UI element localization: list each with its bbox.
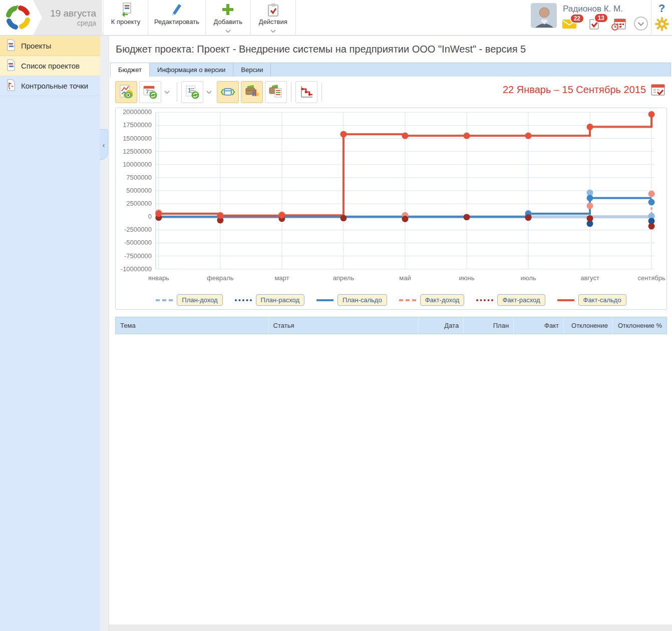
date-day: 19 августа bbox=[50, 8, 96, 19]
to-project-label: К проекту bbox=[111, 18, 140, 26]
svg-text:февраль: февраль bbox=[207, 274, 234, 282]
col-header-deviation-pct[interactable]: Отклонение % bbox=[612, 317, 666, 334]
tasks-icon[interactable]: 13 bbox=[588, 18, 601, 31]
step-chart-button[interactable] bbox=[295, 81, 317, 103]
main-content: Бюджет проекта: Проект - Внедрение систе… bbox=[109, 36, 672, 624]
svg-text:-7500000: -7500000 bbox=[124, 252, 152, 260]
toolbar-separator bbox=[177, 83, 177, 102]
user-name[interactable]: Радионов К. М. bbox=[563, 4, 623, 14]
to-project-button[interactable]: К проекту bbox=[103, 0, 148, 35]
budget-plan-doc-button[interactable] bbox=[265, 81, 287, 103]
legend-label[interactable]: Факт-доход bbox=[420, 294, 465, 306]
period-calendar-icon[interactable] bbox=[651, 84, 665, 96]
legend-label[interactable]: Факт-расход bbox=[497, 294, 545, 306]
expand-header-menu-icon[interactable] bbox=[633, 16, 649, 32]
col-header-deviation[interactable]: Отклонение bbox=[563, 317, 612, 334]
svg-text:-5000000: -5000000 bbox=[124, 239, 152, 246]
edit-pencil-icon bbox=[170, 0, 183, 17]
header-actions: К проекту Редактировать Добавить Действи… bbox=[103, 0, 296, 35]
svg-text:7500000: 7500000 bbox=[126, 174, 151, 181]
budget-fact-button[interactable] bbox=[241, 81, 263, 103]
project-list-doc-icon bbox=[6, 59, 16, 73]
sidebar-item-label: Проекты bbox=[21, 42, 51, 50]
calendar-clock-icon[interactable] bbox=[611, 18, 626, 31]
toolbar-separator bbox=[321, 83, 322, 102]
actions-button[interactable]: Действия bbox=[251, 0, 296, 35]
app-logo-icon[interactable] bbox=[4, 4, 32, 32]
legend-item: Факт-расход bbox=[476, 294, 545, 306]
chart-view-button[interactable] bbox=[115, 81, 137, 103]
user-avatar[interactable] bbox=[531, 3, 557, 28]
col-header-article[interactable]: Статья bbox=[268, 317, 419, 334]
svg-text:15000000: 15000000 bbox=[123, 135, 152, 142]
legend-line-sample bbox=[399, 299, 416, 301]
col-header-plan[interactable]: План bbox=[464, 317, 514, 334]
settings-gear-icon[interactable] bbox=[655, 17, 669, 33]
budget-table: Тема Статья Дата План Факт Отклонение От… bbox=[115, 317, 667, 334]
help-button[interactable]: ? bbox=[658, 2, 665, 15]
sidebar-item-label: Контрольные точки bbox=[21, 82, 88, 90]
edit-button[interactable]: Редактировать bbox=[148, 0, 206, 35]
svg-text:20000000: 20000000 bbox=[123, 108, 152, 116]
chart-legend: План-доход План-расход План-сальдо Факт-… bbox=[116, 294, 666, 306]
clipboard-check-icon bbox=[266, 0, 280, 17]
chevron-down-icon[interactable] bbox=[206, 91, 212, 94]
help-settings-column: ? bbox=[651, 0, 672, 35]
col-header-fact[interactable]: Факт bbox=[514, 317, 564, 334]
svg-text:-2500000: -2500000 bbox=[124, 226, 152, 233]
tab-versions[interactable]: Версии bbox=[233, 63, 271, 77]
svg-text:7: 7 bbox=[146, 89, 149, 95]
svg-text:12500000: 12500000 bbox=[123, 148, 152, 155]
mail-badge: 22 bbox=[570, 14, 584, 24]
user-zone: Радионов К. М. 22 13 bbox=[531, 3, 649, 32]
svg-text:2500000: 2500000 bbox=[126, 200, 151, 207]
legend-label[interactable]: План-доход bbox=[177, 294, 222, 306]
tab-version-info[interactable]: Информация о версии bbox=[150, 63, 233, 77]
tasks-badge: 13 bbox=[594, 13, 608, 23]
tab-budget[interactable]: Бюджет bbox=[111, 63, 150, 77]
table-columns-button[interactable] bbox=[217, 81, 239, 103]
budget-chart: -10000000-7500000-5000000-25000000250000… bbox=[116, 108, 665, 284]
plus-icon bbox=[221, 0, 234, 17]
legend-item: План-доход bbox=[156, 294, 222, 306]
toolbar-separator bbox=[291, 83, 291, 102]
numbering-button[interactable]: 1 bbox=[181, 81, 203, 103]
mail-icon[interactable]: 22 bbox=[562, 18, 577, 30]
add-button[interactable]: Добавить bbox=[206, 0, 251, 35]
budget-toolbar: 7 1 bbox=[115, 81, 326, 104]
svg-text:август: август bbox=[580, 274, 599, 282]
actions-label: Действия bbox=[259, 18, 287, 26]
svg-text:-10000000: -10000000 bbox=[121, 265, 152, 273]
legend-label[interactable]: План-расход bbox=[256, 294, 305, 306]
budget-chart-panel: -10000000-7500000-5000000-25000000250000… bbox=[115, 108, 667, 310]
edit-label: Редактировать bbox=[154, 18, 199, 26]
date-widget: 19 августа среда bbox=[33, 0, 102, 35]
chevron-down-icon[interactable] bbox=[164, 91, 170, 94]
sidebar-item-projects[interactable]: Проекты bbox=[0, 36, 100, 56]
svg-text:5000000: 5000000 bbox=[126, 187, 151, 194]
col-header-date[interactable]: Дата bbox=[419, 317, 464, 334]
sidebar-item-project-list[interactable]: Список проектов bbox=[0, 56, 100, 76]
date-weekday: среда bbox=[77, 19, 96, 27]
add-label: Добавить bbox=[214, 18, 242, 26]
col-header-theme[interactable]: Тема bbox=[116, 317, 269, 334]
legend-line-sample bbox=[476, 299, 493, 301]
legend-label[interactable]: Факт-сальдо bbox=[578, 294, 626, 306]
projects-doc-icon bbox=[6, 39, 16, 53]
sidebar-item-label: Список проектов bbox=[21, 62, 80, 70]
sidebar-item-milestones[interactable]: Контрольные точки bbox=[0, 76, 100, 96]
svg-text:сентябрь: сентябрь bbox=[637, 274, 665, 282]
period-calendar-button[interactable]: 7 bbox=[139, 81, 161, 103]
legend-label[interactable]: План-сальдо bbox=[338, 294, 387, 306]
to-project-icon bbox=[119, 0, 133, 17]
legend-item: Факт-доход bbox=[399, 294, 465, 306]
tab-bar: Бюджет Информация о версии Версии bbox=[110, 63, 671, 77]
sidebar-collapse-handle[interactable]: ‹ bbox=[100, 129, 108, 160]
milestones-icon bbox=[6, 79, 16, 93]
legend-line-sample bbox=[156, 299, 173, 301]
budget-panel: 7 1 bbox=[110, 77, 671, 624]
legend-item: План-расход bbox=[235, 294, 305, 306]
legend-line-sample bbox=[316, 299, 333, 301]
period-block: 22 Январь – 15 Сентябрь 2015 bbox=[503, 84, 665, 96]
svg-text:июль: июль bbox=[520, 274, 536, 282]
